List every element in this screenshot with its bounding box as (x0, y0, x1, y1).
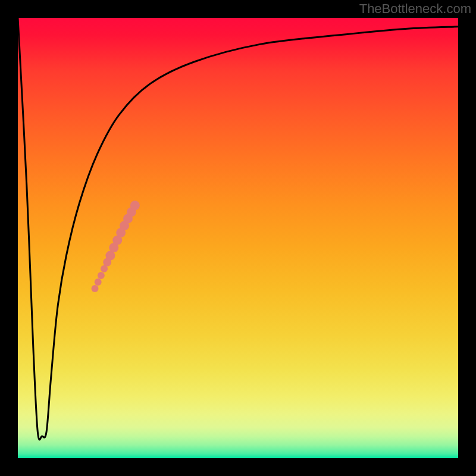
bottleneck-curve (18, 18, 458, 440)
highlight-markers (92, 201, 140, 292)
plot-frame (18, 18, 458, 458)
highlight-marker (98, 272, 105, 279)
curve-layer (18, 18, 458, 458)
watermark-text: TheBottleneck.com (359, 1, 471, 17)
highlight-marker (92, 285, 99, 292)
bottleneck-curve-path (18, 18, 458, 440)
highlight-marker (130, 201, 140, 210)
highlight-marker (95, 278, 102, 286)
plot-area (18, 18, 458, 458)
